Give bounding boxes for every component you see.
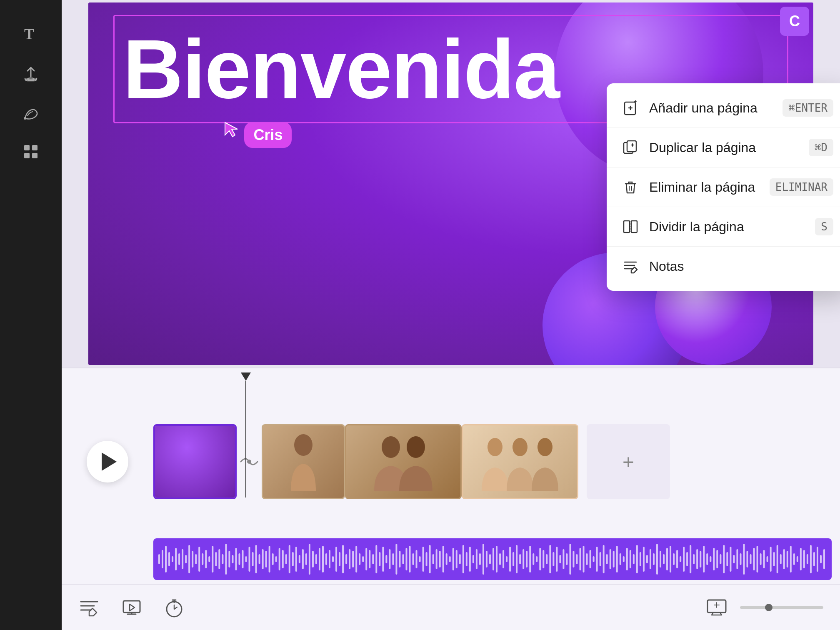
svg-rect-187: [720, 554, 721, 564]
upload-tool-icon[interactable]: [22, 64, 40, 82]
audio-waveform[interactable]: [153, 538, 832, 580]
slide-thumb-4[interactable]: [462, 424, 578, 499]
svg-rect-207: [787, 551, 788, 568]
delete-page-label: Eliminar la página: [649, 180, 760, 195]
svg-rect-213: [807, 554, 808, 564]
slide-thumb-2[interactable]: [262, 424, 345, 499]
svg-rect-140: [562, 549, 564, 569]
svg-rect-96: [416, 550, 418, 568]
scrubber-playhead[interactable]: [241, 372, 251, 381]
svg-rect-204: [777, 545, 778, 573]
svg-rect-65: [312, 551, 314, 568]
main-content: Bienvenida C Cris Paula: [62, 0, 840, 630]
svg-rect-54: [275, 556, 277, 562]
svg-rect-87: [385, 555, 387, 563]
svg-rect-67: [319, 548, 320, 570]
svg-point-16: [488, 438, 502, 456]
slide-4-content: [463, 425, 577, 498]
svg-rect-59: [292, 552, 294, 566]
add-page-shortcut: ⌘ENTER: [782, 99, 833, 117]
svg-rect-173: [673, 553, 675, 565]
add-slide-button[interactable]: +: [587, 424, 670, 499]
notes-tool-icon[interactable]: [78, 597, 100, 618]
slide-thumb-1[interactable]: [153, 424, 237, 499]
duplicate-page-shortcut: ⌘D: [809, 139, 833, 156]
svg-rect-157: [620, 553, 621, 565]
menu-item-split-page[interactable]: Dividir la página S: [607, 209, 840, 245]
svg-rect-190: [730, 547, 731, 572]
timeline-scrubber[interactable]: [62, 368, 840, 385]
svg-rect-170: [663, 554, 665, 564]
svg-rect-74: [342, 545, 344, 573]
svg-rect-116: [482, 544, 484, 575]
svg-rect-162: [636, 545, 638, 573]
apps-grid-icon[interactable]: [22, 142, 40, 161]
svg-rect-130: [529, 546, 531, 572]
svg-rect-6: [32, 153, 38, 158]
svg-rect-68: [322, 546, 324, 572]
svg-rect-69: [325, 553, 327, 565]
transition-icon-1[interactable]: [237, 449, 262, 474]
svg-rect-165: [646, 555, 648, 563]
svg-rect-114: [476, 549, 478, 569]
svg-rect-40: [228, 551, 230, 568]
slide-grid-tool-icon[interactable]: [706, 597, 728, 618]
draw-tool-icon[interactable]: [22, 103, 40, 122]
svg-rect-143: [572, 551, 574, 568]
svg-rect-108: [456, 550, 458, 568]
svg-rect-104: [442, 546, 444, 572]
svg-rect-189: [726, 552, 728, 566]
svg-rect-112: [469, 547, 471, 572]
svg-rect-124: [509, 547, 511, 572]
preview-tool-icon[interactable]: [121, 597, 142, 618]
svg-rect-156: [616, 546, 618, 572]
timeline-content: +: [62, 385, 840, 538]
delete-page-shortcut: ELIMINAR: [770, 178, 833, 196]
svg-rect-164: [643, 547, 645, 572]
svg-rect-115: [479, 553, 481, 565]
svg-rect-135: [546, 554, 548, 564]
svg-rect-24: [175, 548, 177, 570]
svg-rect-174: [676, 550, 678, 568]
svg-rect-125: [512, 552, 514, 566]
svg-rect-200: [763, 550, 765, 568]
menu-item-delete-page[interactable]: Eliminar la página ELIMINAR: [607, 169, 840, 205]
svg-rect-23: [172, 556, 173, 562]
menu-item-duplicate-page[interactable]: Duplicar la página ⌘D: [607, 130, 840, 165]
zoom-slider[interactable]: [740, 606, 823, 609]
svg-rect-182: [703, 546, 705, 572]
svg-rect-89: [392, 553, 394, 565]
add-page-label: Añadir una página: [649, 100, 772, 116]
svg-rect-93: [405, 548, 407, 570]
svg-rect-48: [255, 545, 257, 573]
svg-rect-209: [793, 553, 795, 565]
svg-rect-77: [352, 551, 354, 568]
menu-item-notes[interactable]: Notas: [607, 248, 840, 284]
svg-rect-113: [472, 555, 474, 563]
canvas-area: Bienvenida C Cris Paula: [62, 0, 840, 368]
slide-3-content: [346, 425, 460, 498]
slide-thumb-3[interactable]: [345, 424, 462, 499]
svg-rect-126: [516, 545, 518, 573]
timer-tool-icon[interactable]: [163, 597, 185, 618]
svg-rect-9: [627, 141, 636, 152]
svg-rect-196: [750, 554, 752, 564]
split-page-icon: [622, 218, 639, 235]
svg-rect-97: [419, 556, 421, 562]
svg-rect-215: [813, 552, 815, 566]
notes-icon: [622, 258, 639, 275]
menu-item-add-page[interactable]: Añadir una página ⌘ENTER: [607, 90, 840, 126]
svg-rect-22: [168, 552, 170, 566]
svg-rect-109: [459, 554, 461, 564]
timeline-area: +: [62, 368, 840, 584]
svg-rect-194: [743, 544, 745, 575]
svg-rect-158: [623, 556, 625, 562]
play-button[interactable]: [87, 441, 128, 482]
svg-rect-78: [355, 546, 357, 572]
svg-rect-26: [182, 549, 183, 569]
svg-rect-211: [800, 548, 802, 570]
text-tool-icon[interactable]: T: [22, 25, 40, 43]
svg-rect-66: [315, 554, 317, 564]
svg-rect-98: [422, 547, 424, 572]
zoom-slider-thumb[interactable]: [765, 604, 772, 611]
